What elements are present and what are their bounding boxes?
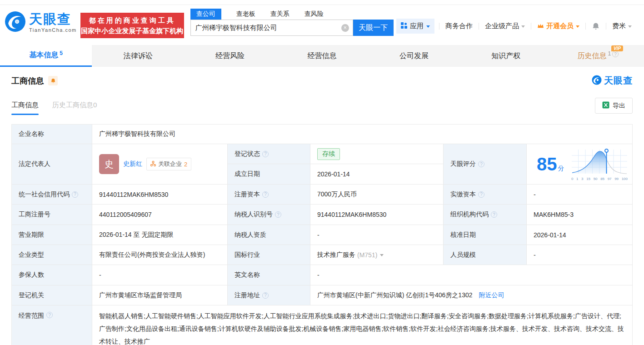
value-text: - [534, 191, 536, 198]
value-text: 广州市黄埔区市场监督管理局 [99, 291, 182, 300]
help-icon[interactable] [275, 211, 281, 218]
field-label: 注册资本 [228, 185, 310, 205]
legal-rep-link[interactable]: 史新红 [123, 160, 142, 168]
field-label: 登记状态 [228, 144, 310, 164]
excel-icon [602, 101, 609, 110]
field-label: 英文名称 [228, 265, 310, 285]
tab-basic-info[interactable]: 基本信息 5 [0, 45, 92, 67]
credit-code-cell: 91440112MAK6HM8530 [92, 185, 228, 205]
label-text: 营业期限 [19, 231, 44, 239]
business-info-table: 企业名称 广州稀宇极智科技有限公司 法定代表人 史 史新红 关联企业 2 登记状… [11, 124, 633, 345]
search-area: 查公司 查老板 查关系 查风险 天眼一下 [190, 8, 394, 36]
tab-label: 历史信息 [577, 51, 606, 61]
field-label: 人员规模 [444, 245, 527, 265]
label-text: 纳税人资质 [235, 231, 266, 239]
tianyancha-logo-icon [592, 75, 602, 87]
search-button[interactable]: 天眼一下 [353, 20, 394, 36]
establish-date-cell: 2026-01-14 [310, 164, 444, 185]
org-chart-icon [150, 161, 156, 168]
label-text: 注册地址 [235, 291, 260, 300]
field-label: 组织机构代码 [444, 205, 527, 225]
search-tab-boss[interactable]: 查老板 [236, 10, 255, 18]
brand-name: 天眼查 [29, 13, 77, 26]
grid-icon [401, 22, 407, 30]
tab-operation-risk[interactable]: 经营风险 [184, 45, 276, 67]
legal-rep-avatar[interactable]: 史 [99, 154, 119, 174]
tab-history-info[interactable]: 历史信息 1 VIP [552, 45, 644, 67]
score-unit: 分 [558, 165, 564, 173]
nearby-companies-link[interactable]: 附近公司 [479, 291, 504, 300]
label-text: 参保人数 [19, 271, 44, 279]
label-text: 天眼评分 [450, 160, 476, 168]
nav-user-menu[interactable]: 费米 [606, 22, 638, 30]
subtab-business-info[interactable]: 工商信息 [11, 101, 39, 115]
value-text: MAK6HM85-3 [534, 211, 574, 218]
help-icon[interactable] [491, 211, 497, 218]
help-icon[interactable] [612, 51, 619, 57]
field-label: 成立日期 [228, 164, 310, 185]
subscribe-bell-icon[interactable] [48, 76, 58, 85]
help-icon[interactable] [262, 292, 269, 299]
taxpayer-id-cell: 91440112MAK6HM8530 [310, 205, 444, 225]
tianyancha-watermark: 天眼查 [592, 75, 633, 87]
score-value: 85 分 [537, 155, 564, 173]
value-text: 有限责任公司(外商投资企业法人独资) [99, 251, 205, 259]
reg-authority-cell: 广州市黄埔区市场监督管理局 [92, 285, 228, 305]
label-text: 登记机关 [19, 291, 44, 300]
label-text: 实缴资本 [450, 190, 476, 199]
value-text: 广州稀宇极智科技有限公司 [99, 130, 175, 138]
nav-business-cooperation[interactable]: 商务合作 [439, 22, 479, 30]
value-text: - [317, 231, 320, 239]
tab-label: 经营信息 [307, 51, 336, 61]
nav-open-membership[interactable]: 开通会员 [531, 22, 585, 30]
search-tab-risk[interactable]: 查风险 [305, 10, 324, 18]
insured-count-cell: - [92, 265, 228, 285]
field-label: 企业名称 [12, 125, 92, 144]
chevron-down-icon [426, 25, 430, 28]
chevron-down-icon[interactable] [380, 254, 384, 256]
field-label: 法定代表人 [12, 144, 92, 185]
search-tabs: 查公司 查老板 查关系 查风险 [190, 8, 394, 20]
notification-bell-icon[interactable] [586, 22, 606, 30]
label-text: 人员规模 [450, 251, 476, 259]
slogan-banner: 都在用的商业查询工具 国家中小企业发展子基金旗下机构 [80, 13, 184, 38]
related-companies-badge[interactable]: 关联企业 2 [146, 158, 191, 170]
help-icon[interactable] [478, 161, 484, 167]
clear-icon[interactable] [341, 24, 349, 32]
industry-cell: 技术推广服务 (M751) [310, 245, 444, 265]
org-code-cell: MAK6HM85-3 [527, 205, 632, 225]
tianyancha-logo[interactable]: 天眼查 TianYanCha.com [5, 11, 77, 34]
subtab-history-business-info[interactable]: 历史工商信息0 [52, 101, 97, 115]
help-icon[interactable] [46, 312, 53, 318]
help-icon[interactable] [262, 151, 269, 157]
label-text: 企业名称 [19, 130, 44, 138]
nav-enterprise-products[interactable]: 企业级产品 [479, 22, 531, 30]
tab-operation-info[interactable]: 经营信息 [276, 45, 368, 67]
search-tab-company[interactable]: 查公司 [190, 9, 221, 20]
field-label: 纳税人识别号 [228, 205, 310, 225]
apps-menu-button[interactable]: 应用 [396, 19, 434, 34]
reg-capital-cell: 7000万人民币 [310, 185, 444, 205]
tab-company-development[interactable]: 公司发展 [368, 45, 460, 67]
export-button[interactable]: 导出 [595, 98, 633, 114]
search-input[interactable] [195, 24, 341, 32]
tab-legal-litigation[interactable]: 法律诉讼 [92, 45, 184, 67]
help-icon[interactable] [478, 191, 484, 198]
tab-label: 经营风险 [215, 51, 245, 61]
search-tab-relation[interactable]: 查关系 [270, 10, 290, 18]
help-icon[interactable] [262, 191, 269, 198]
bell-curve [571, 148, 628, 175]
reg-number-cell: 440112005409607 [92, 205, 228, 225]
paid-capital-cell: - [527, 185, 632, 205]
field-label: 工商注册号 [12, 205, 92, 225]
label-text: 英文名称 [235, 271, 260, 279]
help-icon[interactable] [72, 191, 78, 198]
label-text: 经营范围 [19, 312, 44, 320]
label-text: 核准日期 [450, 231, 476, 239]
tab-intellectual-property[interactable]: 知识产权 [460, 45, 552, 67]
vip-badge: VIP [611, 45, 623, 51]
top-header: 天眼查 TianYanCha.com 都在用的商业查询工具 国家中小企业发展子基… [0, 5, 644, 41]
field-label: 实缴资本 [444, 185, 527, 205]
english-name-cell: - [310, 265, 632, 285]
chevron-down-icon [576, 25, 579, 28]
